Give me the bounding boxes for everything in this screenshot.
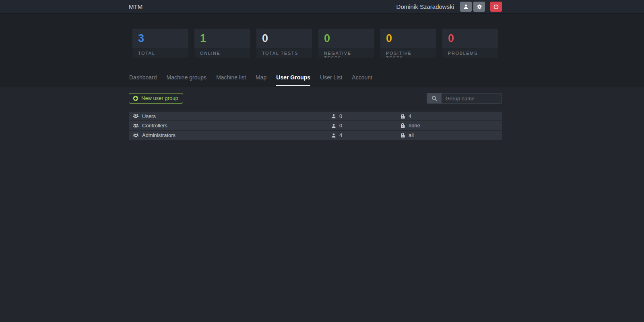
user-icon [331,114,336,118]
new-user-group-button[interactable]: New user group [129,93,183,104]
table-row[interactable]: Users 0 4 [129,111,502,121]
users-group-icon [133,123,139,128]
stat-card: 1 ONLINE [194,29,250,58]
tab-machine-groups[interactable]: Machine groups [167,74,207,86]
group-permissions: all [409,132,414,138]
stat-value: 0 [318,29,374,48]
stats-row: 3 TOTAL 1 ONLINE 0 TOTAL TESTS 0 NEGATIV… [129,29,502,58]
gear-icon [477,4,482,10]
users-group-icon [133,114,139,118]
toolbar: New user group [129,93,502,104]
settings-button[interactable] [473,2,485,12]
stat-value: 1 [194,29,250,48]
plus-circle-icon [133,96,138,101]
stat-card: 0 TOTAL TESTS [256,29,312,58]
user-icon [331,123,336,128]
tab-machine-list[interactable]: Machine list [216,74,246,86]
stat-label: PROBLEMS [442,48,498,58]
tab-account[interactable]: Account [352,74,372,86]
group-name: Users [142,113,156,119]
group-permissions: 4 [409,113,411,119]
new-user-group-label: New user group [141,95,178,101]
tab-dashboard[interactable]: Dashboard [129,74,157,86]
table-row[interactable]: Controllers 0 none [129,121,502,131]
stat-label: TOTAL TESTS [256,48,312,58]
stat-card: 0 NEGATIVE TESTS [318,29,374,58]
stat-value: 3 [132,29,188,48]
users-group-icon [133,133,139,138]
group-user-count: 4 [339,132,342,138]
group-name: Controllers [142,123,167,129]
search-addon [427,93,442,104]
group-search-input[interactable] [442,93,502,104]
current-username: Dominik Szaradowski [396,3,454,10]
unlock-icon [400,133,405,138]
power-icon [493,4,499,9]
stat-card: 3 TOTAL [132,29,188,58]
user-icon [331,133,336,138]
content-area: New user group [0,87,644,140]
group-permissions: none [409,123,420,129]
stat-label: NEGATIVE TESTS [318,48,374,58]
stat-label: TOTAL [132,48,188,58]
stat-card: 0 POSITIVE TESTS [380,29,436,58]
app-brand: MTM [129,3,142,10]
group-search [427,93,502,104]
logout-button[interactable] [490,2,502,12]
stat-label: POSITIVE TESTS [380,48,436,58]
group-name: Administrators [142,132,175,138]
table-row[interactable]: Administrators 4 all [129,131,502,140]
profile-button[interactable] [460,2,472,12]
group-user-count: 0 [339,123,342,129]
unlock-icon [400,123,405,128]
tab-user-list[interactable]: User List [320,74,342,86]
unlock-icon [400,114,405,119]
stat-value: 0 [380,29,436,48]
stat-value: 0 [256,29,312,48]
user-groups-table: Users 0 4 [129,111,502,140]
tab-user-groups[interactable]: User Groups [276,74,310,86]
stats-section: 3 TOTAL 1 ONLINE 0 TOTAL TESTS 0 NEGATIV… [0,14,644,87]
top-navbar: MTM Dominik Szaradowski [0,0,644,14]
user-icon [463,4,469,9]
stat-value: 0 [442,29,498,48]
stat-label: ONLINE [194,48,250,58]
stat-card: 0 PROBLEMS [442,29,498,58]
group-user-count: 0 [339,113,342,119]
tab-bar: Dashboard Machine groups Machine list Ma… [129,74,502,86]
search-icon [431,96,437,101]
tab-map[interactable]: Map [256,74,266,86]
